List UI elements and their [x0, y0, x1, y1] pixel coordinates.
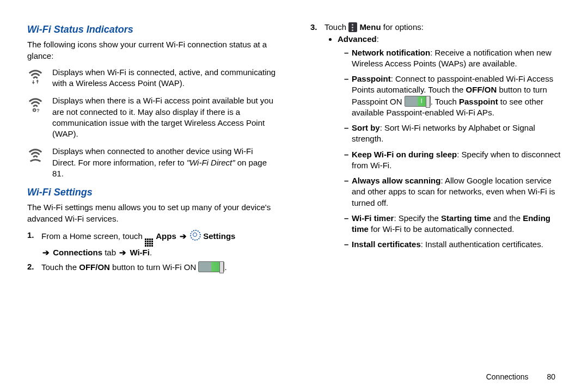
opt-passpoint: Passpoint: Connect to passpoint-enabled … [344, 74, 561, 118]
arrow-icon [41, 248, 51, 257]
svg-point-0 [33, 109, 36, 112]
opt-sort-by: Sort by: Sort Wi-Fi networks by Alphabet… [344, 122, 561, 145]
opt-install-certs: Install certificates: Install authentica… [344, 239, 561, 250]
settings-intro: The Wi-Fi settings menu allows you to se… [27, 202, 278, 224]
indicator-available: ? Displays when there is a Wi-Fi access … [27, 95, 278, 139]
apps-grid-icon [145, 238, 154, 247]
opt-network-notification: Network notification: Receive a notifica… [344, 47, 561, 70]
opt-keep-on-sleep: Keep Wi-Fi on during sleep: Specify when… [344, 149, 561, 171]
right-column: 3. Touch Menu for options: Advanced: Net… [310, 20, 561, 276]
arrow-icon [179, 231, 188, 241]
status-intro: The following icons show your current Wi… [27, 39, 278, 62]
indicator-direct: Displays when connected to another devic… [27, 146, 278, 179]
step-3: 3. Touch Menu for options: Advanced: Net… [310, 22, 561, 255]
wifi-direct-icon [27, 147, 44, 166]
bullet-advanced: Advanced: Network notification: Receive … [338, 34, 561, 250]
wifi-active-icon [27, 68, 44, 87]
wifi-available-icon: ? [27, 96, 44, 115]
indicator-direct-text: Displays when connected to another devic… [52, 146, 278, 179]
footer-page-number: 80 [547, 372, 555, 381]
footer-section: Connections [486, 372, 529, 381]
indicator-active-text: Displays when Wi-Fi is connected, active… [52, 67, 278, 89]
heading-status-indicators: Wi-Fi Status Indicators [27, 23, 278, 36]
wifi-direct-ref: "Wi-Fi Direct" [187, 158, 235, 167]
opt-allow-scanning: Always allow scanning: Allow Google loca… [344, 175, 561, 209]
step-2: 2. Touch the OFF/ON button to turn Wi-Fi… [27, 261, 278, 273]
indicator-available-text: Displays when there is a Wi-Fi access po… [52, 95, 278, 139]
svg-text:?: ? [36, 108, 40, 113]
steps-left: 1. From a Home screen, touch Apps Settin… [27, 230, 278, 273]
opt-wifi-timer: Wi-Fi timer: Specify the Starting time a… [344, 213, 561, 235]
step-1: 1. From a Home screen, touch Apps Settin… [27, 230, 278, 258]
menu-dots-icon [348, 22, 357, 32]
indicator-active: Displays when Wi-Fi is connected, active… [27, 67, 278, 89]
heading-wifi-settings: Wi-Fi Settings [27, 186, 278, 199]
toggle-on-icon [198, 261, 224, 272]
settings-gear-icon [190, 230, 201, 241]
left-column: Wi-Fi Status Indicators The following ic… [27, 20, 278, 276]
page-footer: Connections 80 [486, 372, 555, 381]
toggle-on-icon [405, 96, 431, 107]
steps-right: 3. Touch Menu for options: Advanced: Net… [310, 22, 561, 255]
arrow-icon [118, 248, 127, 257]
